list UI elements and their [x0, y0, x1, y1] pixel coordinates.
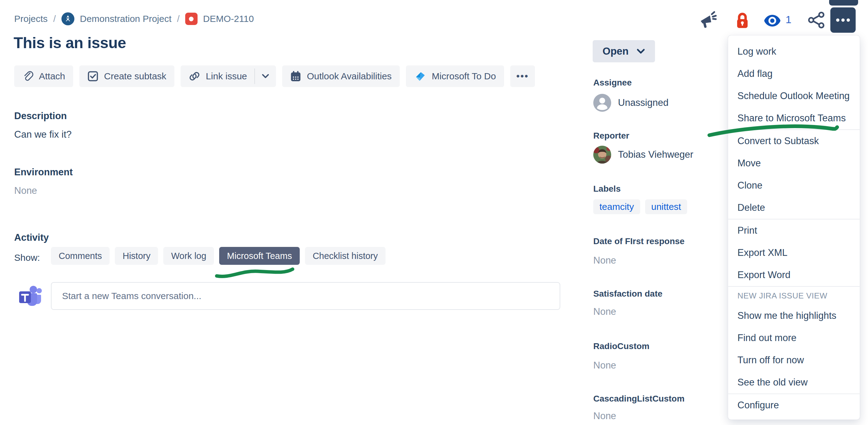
reporter-row[interactable]: Tobias Viehweger: [593, 146, 693, 163]
watchers-eye-icon[interactable]: [763, 13, 782, 30]
watch-count[interactable]: 1: [785, 13, 792, 26]
subtask-checkbox-icon: [87, 71, 98, 82]
link-issue-button[interactable]: Link issue: [181, 65, 254, 87]
microsoft-todo-label: Microsoft To Do: [432, 71, 496, 82]
tab-comments[interactable]: Comments: [51, 247, 110, 265]
breadcrumb-separator: /: [53, 13, 56, 24]
labels-chips: teamcity unittest: [593, 200, 687, 214]
cascadinglistcustom-value[interactable]: None: [593, 411, 616, 422]
label-chip-unittest[interactable]: unittest: [645, 200, 687, 214]
satisfaction-date-label: Satisfaction date: [593, 289, 662, 299]
menu-item-schedule-outlook-meeting[interactable]: Schedule Outlook Meeting: [728, 85, 860, 107]
radiocustom-value[interactable]: None: [593, 360, 616, 371]
menu-item-move[interactable]: Move: [728, 152, 860, 174]
activity-tabs: Comments History Work log Microsoft Team…: [51, 247, 385, 265]
reporter-value: Tobias Viehweger: [618, 149, 693, 160]
radiocustom-label: RadioCustom: [593, 341, 649, 351]
menu-item-export-xml[interactable]: Export XML: [728, 242, 860, 264]
green-marker-underline-tab: [212, 264, 297, 280]
create-subtask-label: Create subtask: [104, 71, 166, 82]
teams-conversation-input[interactable]: [51, 282, 560, 310]
show-label: Show:: [14, 252, 40, 263]
project-avatar-rocket-icon: [61, 12, 74, 25]
description-body[interactable]: Can we fix it?: [14, 129, 72, 140]
menu-item-find-out-more[interactable]: Find out more: [728, 327, 860, 349]
security-lock-icon[interactable]: [734, 11, 751, 31]
menu-item-configure[interactable]: Configure: [728, 394, 860, 416]
announcement-megaphone-icon[interactable]: [696, 9, 717, 31]
paperclip-icon: [22, 70, 33, 82]
reporter-avatar: [593, 146, 611, 163]
menu-item-turn-off-for-now[interactable]: Turn off for now: [728, 349, 860, 371]
outlook-availabilities-button[interactable]: Outlook Availabilities: [282, 65, 400, 87]
menu-item-log-work[interactable]: Log work: [728, 40, 860, 63]
menu-item-print[interactable]: Print: [728, 219, 860, 242]
menu-item-clone[interactable]: Clone: [728, 174, 860, 196]
menu-section-new-jira-issue-view: NEW JIRA ISSUE VIEW: [728, 287, 860, 305]
assignee-row[interactable]: Unassigned: [593, 94, 669, 112]
breadcrumb-separator: /: [177, 13, 180, 24]
reporter-label: Reporter: [593, 131, 629, 141]
calendar-icon: [290, 70, 301, 82]
microsoft-todo-button[interactable]: Microsoft To Do: [406, 65, 504, 87]
jira-issue-page: Projects / Demonstration Project / DEMO-…: [0, 0, 868, 425]
menu-item-add-flag[interactable]: Add flag: [728, 63, 860, 85]
toolbar-more-button[interactable]: •••: [510, 65, 535, 87]
menu-item-export-word[interactable]: Export Word: [728, 264, 860, 286]
share-icon[interactable]: [807, 11, 826, 30]
create-subtask-button[interactable]: Create subtask: [79, 65, 175, 87]
chevron-down-icon: [262, 74, 269, 79]
menu-item-convert-to-subtask[interactable]: Convert to Subtask: [728, 130, 860, 152]
outlook-availabilities-label: Outlook Availabilities: [307, 71, 392, 82]
menu-item-delete[interactable]: Delete: [728, 196, 860, 219]
satisfaction-date-value[interactable]: None: [593, 306, 616, 317]
breadcrumb-project-link[interactable]: Demonstration Project: [80, 13, 172, 24]
label-chip-teamcity[interactable]: teamcity: [593, 200, 640, 214]
issue-summary-title[interactable]: This is an issue: [13, 34, 126, 52]
menu-item-share-to-microsoft-teams[interactable]: Share to Microsoft Teams: [728, 107, 860, 129]
unassigned-avatar-icon: [593, 94, 611, 112]
more-actions-button[interactable]: [830, 7, 856, 33]
ellipsis-icon: •••: [517, 71, 529, 82]
status-label: Open: [602, 45, 628, 57]
status-dropdown-button[interactable]: Open: [593, 40, 655, 62]
tab-microsoft-teams[interactable]: Microsoft Teams: [219, 247, 300, 265]
environment-heading: Environment: [14, 167, 72, 178]
cascadinglistcustom-label: CascadingListCustom: [593, 394, 685, 404]
description-heading: Description: [14, 111, 67, 122]
attach-button[interactable]: Attach: [14, 65, 73, 87]
menu-item-show-me-the-highlights[interactable]: Show me the highlights: [728, 305, 860, 327]
environment-value[interactable]: None: [14, 185, 37, 196]
issue-toolbar: Attach Create subtask Link issue Outlook…: [14, 65, 535, 87]
tab-work-log[interactable]: Work log: [163, 247, 214, 265]
tab-history[interactable]: History: [115, 247, 158, 265]
link-icon: [189, 70, 200, 82]
activity-heading: Activity: [14, 232, 49, 243]
assignee-label: Assignee: [593, 78, 632, 88]
labels-label: Labels: [593, 184, 621, 194]
issue-type-bug-icon: [185, 13, 197, 25]
tab-checklist-history[interactable]: Checklist history: [305, 247, 385, 265]
assignee-value: Unassigned: [618, 97, 669, 108]
chevron-down-icon: [637, 49, 645, 54]
menu-item-see-the-old-view[interactable]: See the old view: [728, 371, 860, 394]
attach-label: Attach: [39, 71, 65, 82]
microsoft-teams-logo-icon: [17, 284, 42, 310]
first-response-value[interactable]: None: [593, 255, 616, 266]
breadcrumb-issue-key-link[interactable]: DEMO-2110: [203, 13, 254, 24]
first-response-label: Date of FIrst response: [593, 236, 685, 246]
more-actions-menu: Log work Add flag Schedule Outlook Meeti…: [728, 35, 860, 420]
link-issue-dropdown-button[interactable]: [255, 65, 276, 87]
link-issue-split-button: Link issue: [181, 65, 276, 87]
cutoff-tooltip-fragment: [829, 0, 858, 5]
link-issue-label: Link issue: [206, 71, 247, 82]
breadcrumb: Projects / Demonstration Project / DEMO-…: [14, 12, 254, 25]
microsoft-todo-icon: [414, 70, 426, 83]
breadcrumb-projects-link[interactable]: Projects: [14, 13, 48, 24]
